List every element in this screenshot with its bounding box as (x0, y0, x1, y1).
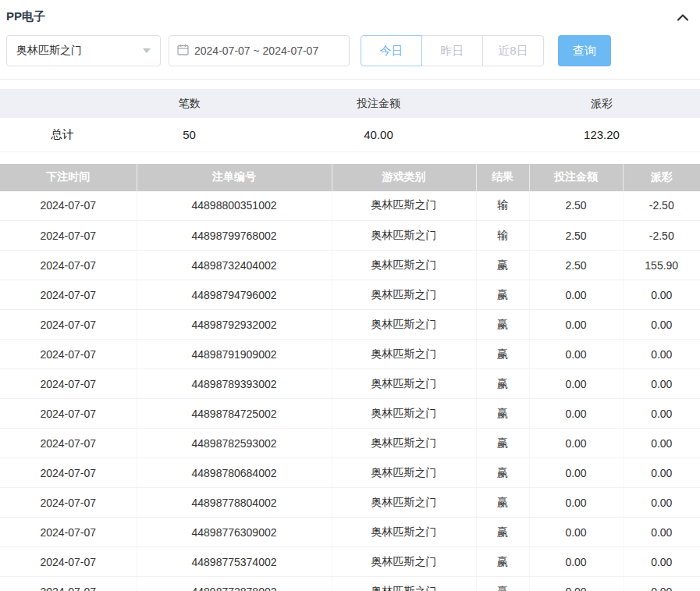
table-row: 2024-07-0744898782593002奥林匹斯之门赢0.000.00 (0, 429, 700, 458)
cell-game: 奥林匹斯之门 (332, 547, 476, 577)
filter-bar: 奥林匹斯之门 2024-07-07 ~ 2024-07-07 今日 昨日 近8日… (0, 29, 700, 80)
cell-game: 奥林匹斯之门 (332, 340, 476, 369)
cell-amount: 0.00 (529, 458, 623, 488)
cell-result: 赢 (476, 547, 529, 577)
table-row: 2024-07-0744898778804002奥林匹斯之门赢0.000.00 (0, 488, 700, 518)
cell-payout: 0.00 (623, 280, 700, 310)
cell-result: 赢 (476, 310, 529, 340)
calendar-icon (177, 44, 189, 58)
summary-total-row: 总计 50 40.00 123.20 (0, 118, 700, 151)
cell-date: 2024-07-07 (0, 310, 137, 340)
cell-date: 2024-07-07 (0, 577, 137, 591)
table-row: 2024-07-0744898799768002奥林匹斯之门输2.50-2.50 (0, 221, 700, 251)
cell-payout: -2.50 (623, 191, 700, 221)
cell-amount: 0.00 (529, 547, 623, 577)
summary-total-bet-amount: 40.00 (254, 118, 503, 151)
game-select[interactable]: 奥林匹斯之门 (6, 35, 161, 66)
cell-result: 输 (476, 191, 529, 221)
cell-date: 2024-07-07 (0, 251, 137, 280)
table-row: 2024-07-0744898784725002奥林匹斯之门赢0.000.00 (0, 399, 700, 429)
table-row: 2024-07-0744898780684002奥林匹斯之门赢0.000.00 (0, 458, 700, 488)
chevron-down-icon (143, 48, 151, 53)
cell-amount: 0.00 (529, 369, 623, 399)
table-row: 2024-07-0744898789393002奥林匹斯之门赢0.000.00 (0, 369, 700, 399)
cell-payout: 0.00 (623, 518, 700, 547)
cell-amount: 0.00 (529, 577, 623, 591)
cell-date: 2024-07-07 (0, 518, 137, 547)
cell-game: 奥林匹斯之门 (332, 577, 476, 591)
summary-header-bet-amount: 投注金额 (254, 89, 503, 118)
cell-amount: 0.00 (529, 429, 623, 458)
cell-game: 奥林匹斯之门 (332, 280, 476, 310)
cell-game: 奥林匹斯之门 (332, 429, 476, 458)
cell-date: 2024-07-07 (0, 547, 137, 577)
summary-total-payout: 123.20 (503, 118, 700, 151)
table-row: 2024-07-0744898775374002奥林匹斯之门赢0.000.00 (0, 547, 700, 577)
cell-bet-id: 44898800351002 (137, 191, 332, 221)
table-row: 2024-07-0744898791909002奥林匹斯之门赢0.000.00 (0, 340, 700, 369)
cell-bet-id: 44898789393002 (137, 369, 332, 399)
cell-game: 奥林匹斯之门 (332, 518, 476, 547)
search-button[interactable]: 查询 (558, 35, 611, 66)
cell-result: 赢 (476, 280, 529, 310)
cell-bet-id: 44898776309002 (137, 518, 332, 547)
cell-amount: 0.00 (529, 518, 623, 547)
cell-game: 奥林匹斯之门 (332, 458, 476, 488)
collapse-panel-button[interactable] (675, 11, 691, 23)
cell-bet-id: 44898782593002 (137, 429, 332, 458)
cell-bet-id: 44898799768002 (137, 221, 332, 251)
cell-bet-id: 44898778804002 (137, 488, 332, 518)
cell-result: 赢 (476, 340, 529, 369)
yesterday-button[interactable]: 昨日 (421, 35, 483, 66)
quick-date-button-group: 今日 昨日 近8日 (361, 35, 544, 66)
cell-bet-id: 44898794796002 (137, 280, 332, 310)
cell-amount: 2.50 (529, 221, 623, 251)
cell-result: 赢 (476, 429, 529, 458)
table-row: 2024-07-0744898776309002奥林匹斯之门赢0.000.00 (0, 518, 700, 547)
cell-game: 奥林匹斯之门 (332, 191, 476, 221)
header-bet-id: 注单编号 (137, 164, 332, 191)
cell-result: 输 (476, 221, 529, 251)
bet-table-header-row: 下注时间 注单编号 游戏类别 结果 投注金额 派彩 (0, 164, 700, 191)
header-game-category: 游戏类别 (332, 164, 476, 191)
date-range-value: 2024-07-07 ~ 2024-07-07 (194, 45, 318, 57)
game-select-value: 奥林匹斯之门 (16, 44, 82, 58)
table-row: 2024-07-0744898800351002奥林匹斯之门输2.50-2.50 (0, 191, 700, 221)
cell-amount: 0.00 (529, 280, 623, 310)
cell-payout: 0.00 (623, 340, 700, 369)
header-bet-time: 下注时间 (0, 164, 137, 191)
cell-bet-id: 44898780684002 (137, 458, 332, 488)
summary-total-label: 总计 (0, 118, 125, 151)
summary-total-count: 50 (125, 118, 254, 151)
cell-game: 奥林匹斯之门 (332, 488, 476, 518)
cell-date: 2024-07-07 (0, 429, 137, 458)
cell-game: 奥林匹斯之门 (332, 251, 476, 280)
cell-payout: 0.00 (623, 429, 700, 458)
cell-bet-id: 44898792932002 (137, 310, 332, 340)
cell-amount: 0.00 (529, 488, 623, 518)
cell-game: 奥林匹斯之门 (332, 310, 476, 340)
header-bet-amount: 投注金额 (529, 164, 623, 191)
cell-amount: 0.00 (529, 399, 623, 429)
last-8-days-button[interactable]: 近8日 (482, 35, 544, 66)
cell-amount: 0.00 (529, 340, 623, 369)
cell-result: 赢 (476, 577, 529, 591)
cell-payout: 0.00 (623, 458, 700, 488)
bet-table-body: 2024-07-0744898800351002奥林匹斯之门输2.50-2.50… (0, 191, 700, 591)
cell-game: 奥林匹斯之门 (332, 399, 476, 429)
cell-date: 2024-07-07 (0, 280, 137, 310)
cell-amount: 0.00 (529, 310, 623, 340)
cell-date: 2024-07-07 (0, 191, 137, 221)
summary-header-count: 笔数 (125, 89, 254, 118)
cell-bet-id: 44898772878002 (137, 577, 332, 591)
cell-payout: 0.00 (623, 369, 700, 399)
date-range-input[interactable]: 2024-07-07 ~ 2024-07-07 (169, 35, 350, 66)
cell-result: 赢 (476, 458, 529, 488)
today-button[interactable]: 今日 (361, 35, 422, 66)
cell-game: 奥林匹斯之门 (332, 369, 476, 399)
cell-bet-id: 44898784725002 (137, 399, 332, 429)
table-row: 2024-07-0744898732404002奥林匹斯之门赢2.50155.9… (0, 251, 700, 280)
cell-payout: 0.00 (623, 399, 700, 429)
chevron-up-icon (677, 12, 689, 24)
cell-payout: 0.00 (623, 310, 700, 340)
